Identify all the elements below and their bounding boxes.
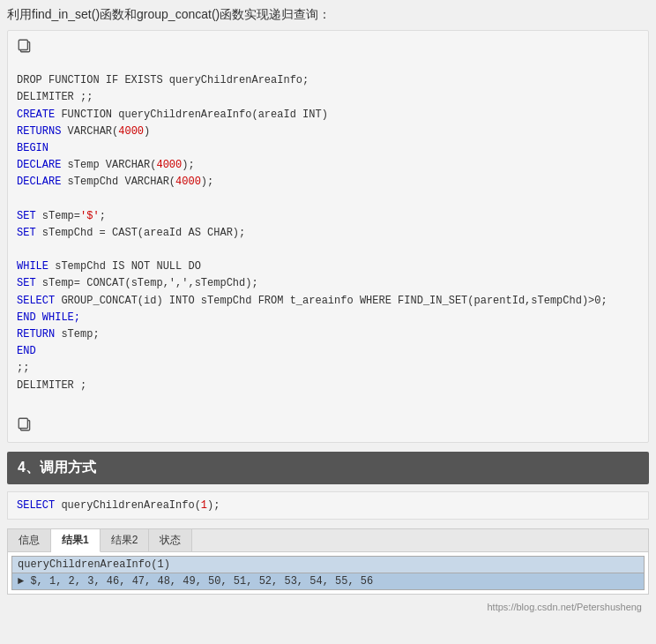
results-table-container: queryChildrenAreaInfo(1) ► $, 1, 2, 3, 4… (8, 552, 648, 594)
copy-icon-bottom-area (17, 416, 639, 435)
section4-header: 4、调用方式 (7, 452, 649, 484)
result-table: queryChildrenAreaInfo(1) ► $, 1, 2, 3, 4… (11, 556, 645, 590)
code-area: DROP FUNCTION IF EXISTS queryChildrenAre… (17, 56, 639, 411)
tabs-bar: 信息 结果1 结果2 状态 (8, 529, 648, 552)
code-block-container: DROP FUNCTION IF EXISTS queryChildrenAre… (7, 30, 649, 443)
bottom-url: https://blog.csdn.net/Petershusheng (7, 598, 649, 616)
tab-status[interactable]: 状态 (149, 529, 192, 551)
result-cell: ► $, 1, 2, 3, 46, 47, 48, 49, 50, 51, 52… (12, 573, 645, 589)
result-col-header: queryChildrenAreaInfo(1) (12, 556, 645, 573)
result-value: $, 1, 2, 3, 46, 47, 48, 49, 50, 51, 52, … (30, 575, 373, 588)
query-block: SELECT queryChildrenAreaInfo(1); (7, 491, 649, 520)
tab-result2[interactable]: 结果2 (101, 529, 150, 551)
intro-text: 利用find_in_set()函数和group_concat()函数实现递归查询… (7, 7, 649, 23)
copy-icon[interactable] (17, 38, 33, 54)
tab-result1[interactable]: 结果1 (51, 529, 101, 552)
copy-icon-bottom[interactable] (17, 422, 33, 435)
page-container: 利用find_in_set()函数和group_concat()函数实现递归查询… (0, 0, 656, 623)
result-arrow: ► (18, 575, 24, 588)
table-row: ► $, 1, 2, 3, 46, 47, 48, 49, 50, 51, 52… (12, 573, 645, 589)
svg-rect-1 (19, 40, 27, 49)
svg-rect-3 (19, 418, 27, 428)
copy-button-area (17, 38, 639, 54)
tabs-container: 信息 结果1 结果2 状态 queryChildrenAreaInfo(1) ►… (7, 528, 649, 595)
tab-info[interactable]: 信息 (8, 529, 51, 551)
